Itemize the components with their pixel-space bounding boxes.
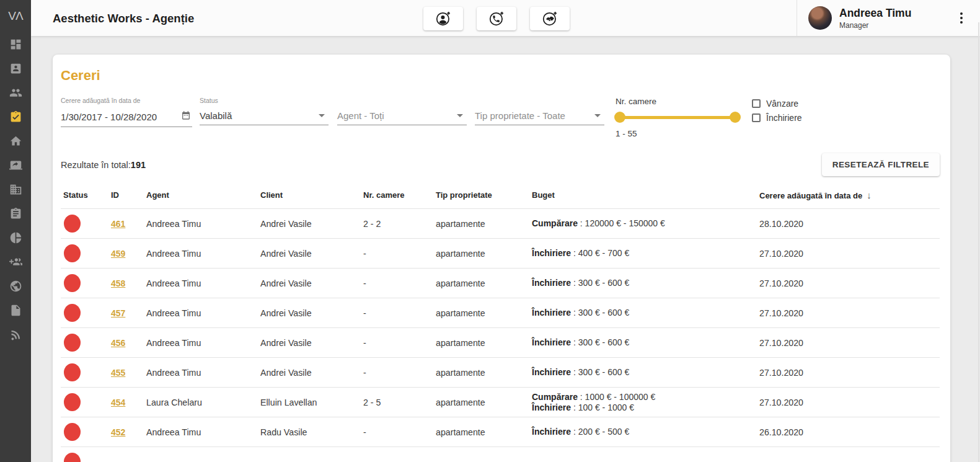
filter-status-value[interactable]: Valabilă — [200, 110, 232, 121]
slider-track — [620, 116, 735, 119]
sidebar-item-agency[interactable] — [0, 177, 31, 202]
cell-budget: Închiriere : 400 € - 700 € — [532, 248, 759, 259]
table-row[interactable]: 455 Andreea Timu Andrei Vasile - apartam… — [61, 357, 940, 387]
request-id-link[interactable]: 461 — [111, 219, 125, 229]
cell-property-type: apartamente — [436, 219, 532, 229]
sidebar-item-requests[interactable] — [0, 105, 31, 129]
user-name: Andreea Timu — [839, 7, 911, 20]
add-contact-icon — [435, 10, 452, 27]
app-logo[interactable]: VΛ — [0, 0, 31, 32]
sale-checkbox[interactable] — [752, 99, 761, 108]
filter-date-value[interactable]: 1/30/2017 - 10/28/2020 — [61, 112, 157, 122]
scrollbar[interactable] — [978, 22, 979, 462]
request-id-link[interactable]: 454 — [111, 398, 125, 407]
table-row[interactable] — [61, 446, 940, 462]
cell-client: Andrei Vasile — [260, 249, 363, 259]
sidebar-item-dashboard[interactable] — [0, 32, 31, 56]
filter-date-range[interactable]: Cerere adăugată în data de 1/30/2017 - 1… — [61, 97, 192, 138]
sidebar-item-documents[interactable] — [0, 298, 31, 322]
sidebar-item-clients[interactable] — [0, 81, 31, 105]
user-block[interactable]: Andreea Timu Manager — [797, 0, 980, 36]
cell-agent: Laura Chelaru — [146, 398, 260, 407]
cell-property-type: apartamente — [436, 249, 532, 259]
table-row[interactable]: 454 Laura Chelaru Elluin Lavellan 2 - 5 … — [61, 387, 940, 417]
table-row[interactable]: 459 Andreea Timu Andrei Vasile - apartam… — [61, 238, 940, 268]
cell-client: Andrei Vasile — [260, 278, 363, 288]
cell-client: Elluin Lavellan — [260, 398, 363, 407]
cell-budget: Cumpărare : 120000 € - 150000 € — [532, 218, 759, 229]
document-icon — [9, 304, 22, 317]
request-id-link[interactable]: 456 — [111, 338, 125, 348]
filter-property-type-value[interactable]: Tip proprietate - Toate — [475, 110, 565, 121]
request-id-link[interactable]: 457 — [111, 308, 125, 318]
request-id-link[interactable]: 452 — [111, 427, 125, 437]
globe-icon — [9, 280, 22, 293]
status-dot — [64, 423, 81, 441]
request-id-link[interactable]: 455 — [111, 368, 125, 378]
col-budget: Buget — [532, 190, 759, 200]
sale-checkbox-label: Vânzare — [766, 99, 798, 109]
sidebar-item-properties[interactable] — [0, 129, 31, 153]
filter-property-type[interactable]: Tip proprietate - Toate — [475, 97, 604, 138]
filter-agent-value[interactable]: Agent - Toți — [337, 110, 384, 121]
table-row[interactable]: 456 Andreea Timu Andrei Vasile - apartam… — [61, 327, 940, 357]
people-icon — [9, 86, 22, 99]
slider-handle-min[interactable] — [614, 112, 625, 123]
cell-property-type: apartamente — [436, 338, 532, 348]
filters-bar: Cerere adăugată în data de 1/30/2017 - 1… — [61, 97, 940, 138]
sidebar-item-contact-card[interactable] — [0, 56, 31, 81]
cell-agent: Andreea Timu — [146, 308, 260, 318]
add-contact-button[interactable] — [423, 7, 463, 30]
filter-agent[interactable]: Agent - Toți — [337, 97, 467, 138]
col-property-type: Tip proprietate — [436, 190, 532, 200]
requests-table: Status ID Agent Client Nr. camere Tip pr… — [61, 181, 940, 462]
request-id-link[interactable]: 459 — [111, 249, 125, 259]
add-call-icon — [488, 10, 505, 27]
table-body: 461 Andreea Timu Andrei Vasile 2 - 2 apa… — [61, 208, 940, 462]
sidebar-item-feed[interactable] — [0, 322, 31, 347]
chevron-down-icon[interactable] — [319, 114, 325, 117]
status-dot — [64, 363, 81, 381]
cell-date: 26.10.2020 — [759, 427, 940, 437]
sidebar-item-website[interactable] — [0, 274, 31, 298]
table-row[interactable]: 452 Andreea Timu Radu Vasile - apartamen… — [61, 417, 940, 446]
cell-rooms: - — [363, 308, 436, 318]
table-row[interactable]: 461 Andreea Timu Andrei Vasile 2 - 2 apa… — [61, 208, 940, 238]
sidebar-item-tasks[interactable] — [0, 202, 31, 226]
rooms-slider-label: Nr. camere — [616, 97, 739, 106]
sidebar-item-reports[interactable] — [0, 226, 31, 250]
chevron-down-icon[interactable] — [457, 114, 463, 117]
cell-rooms: - — [363, 249, 436, 259]
kebab-menu-icon[interactable] — [958, 10, 965, 26]
checkbox-row-sale[interactable]: Vânzare — [752, 99, 802, 109]
add-deal-button[interactable] — [530, 7, 570, 30]
col-date[interactable]: Cerere adăugată în data de↓ — [759, 190, 940, 200]
cell-budget: Cumpărare : 1000 € - 100000 €Închiriere … — [532, 392, 759, 413]
chevron-down-icon[interactable] — [594, 114, 601, 117]
sidebar-item-presentations[interactable] — [0, 153, 31, 177]
cell-rooms: - — [363, 338, 436, 348]
cell-property-type: apartamente — [436, 368, 532, 378]
cell-date: 27.10.2020 — [759, 338, 940, 348]
rss-icon — [9, 328, 22, 341]
quick-actions — [423, 7, 570, 30]
user-avatar[interactable] — [808, 6, 832, 30]
filter-status[interactable]: Status Valabilă — [200, 97, 329, 138]
cell-agent: Andreea Timu — [146, 219, 260, 229]
checkbox-row-rent[interactable]: Închiriere — [752, 113, 802, 123]
table-row[interactable]: 458 Andreea Timu Andrei Vasile - apartam… — [61, 268, 940, 298]
slider-handle-max[interactable] — [730, 112, 741, 123]
calendar-icon[interactable] — [181, 110, 191, 123]
table-row[interactable]: 457 Andreea Timu Andrei Vasile - apartam… — [61, 298, 940, 327]
rent-checkbox-label: Închiriere — [766, 113, 802, 123]
cell-date: 27.10.2020 — [759, 308, 940, 318]
sidebar-item-add-group[interactable] — [0, 250, 31, 274]
topbar: Aesthetic Works - Agenție — [31, 0, 980, 36]
rooms-range-slider[interactable] — [616, 112, 739, 123]
rent-checkbox[interactable] — [752, 113, 761, 122]
add-call-button[interactable] — [477, 7, 516, 30]
reset-filters-button[interactable]: RESETEAZĂ FILTRELE — [822, 153, 940, 176]
cell-client: Radu Vasile — [260, 427, 363, 437]
sort-desc-icon[interactable]: ↓ — [867, 190, 872, 200]
request-id-link[interactable]: 458 — [111, 278, 125, 288]
